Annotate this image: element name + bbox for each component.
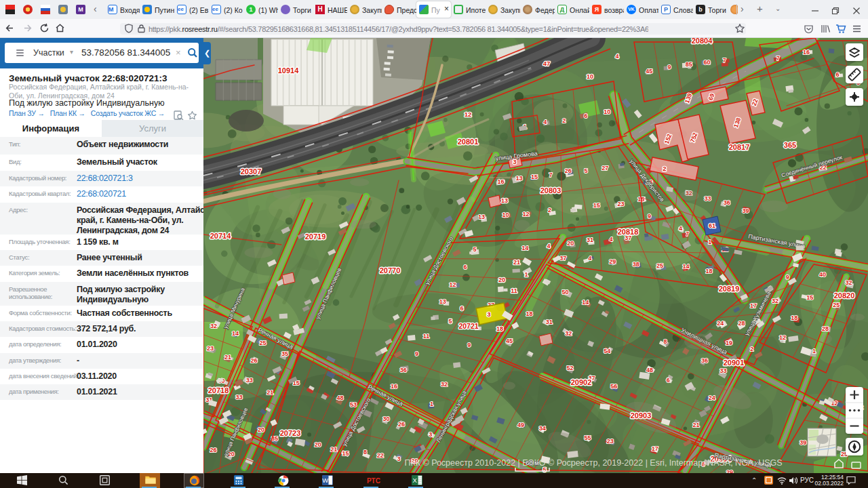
svg-text:23: 23 — [618, 201, 625, 207]
svg-text:7: 7 — [723, 57, 726, 64]
svg-text:20817: 20817 — [729, 143, 750, 151]
svg-text:2: 2 — [750, 346, 753, 352]
svg-text:10: 10 — [604, 108, 610, 115]
svg-text:27: 27 — [601, 165, 608, 171]
svg-text:33: 33 — [235, 394, 242, 401]
svg-text:17: 17 — [750, 302, 757, 309]
svg-text:РТС: РТС — [367, 477, 380, 485]
svg-text:4: 4 — [615, 53, 618, 60]
svg-text:54: 54 — [604, 348, 610, 354]
svg-text:5: 5 — [584, 167, 587, 174]
svg-text:29: 29 — [609, 258, 616, 265]
svg-text:16: 16 — [391, 383, 397, 390]
svg-text:2: 2 — [562, 117, 566, 124]
svg-text:20818: 20818 — [618, 228, 639, 236]
svg-text:20: 20 — [315, 441, 321, 448]
svg-text:20723: 20723 — [280, 429, 301, 437]
svg-text:13: 13 — [439, 298, 446, 305]
svg-text:21: 21 — [267, 389, 273, 396]
svg-text:6: 6 — [463, 264, 467, 270]
svg-text:20820: 20820 — [834, 291, 855, 300]
svg-text:16: 16 — [497, 178, 504, 185]
svg-text:15: 15 — [593, 202, 600, 209]
svg-text:35: 35 — [281, 350, 288, 357]
svg-text:20819: 20819 — [719, 285, 740, 293]
svg-text:5: 5 — [473, 246, 477, 253]
svg-text:26: 26 — [250, 357, 257, 364]
svg-text:12: 12 — [779, 334, 786, 341]
svg-text:4: 4 — [679, 225, 682, 232]
svg-text:24: 24 — [717, 320, 724, 327]
svg-text:19: 19 — [726, 340, 732, 346]
svg-text:14: 14 — [232, 330, 239, 337]
svg-text:25: 25 — [259, 340, 266, 346]
svg-text:1: 1 — [524, 271, 528, 278]
svg-text:17: 17 — [652, 445, 658, 452]
svg-text:30: 30 — [382, 415, 389, 422]
svg-text:6: 6 — [667, 377, 670, 384]
svg-text:10: 10 — [502, 211, 509, 218]
svg-text:12: 12 — [465, 110, 472, 118]
svg-text:20714: 20714 — [210, 232, 231, 240]
svg-text:60: 60 — [703, 59, 710, 66]
svg-text:49: 49 — [517, 422, 524, 428]
svg-text:32: 32 — [210, 323, 217, 329]
svg-text:16: 16 — [803, 49, 810, 56]
svg-text:15: 15 — [342, 450, 349, 457]
svg-text:61: 61 — [709, 222, 715, 229]
svg-text:9: 9 — [467, 342, 471, 348]
svg-text:18: 18 — [791, 314, 797, 321]
svg-text:28: 28 — [822, 325, 829, 332]
svg-text:48: 48 — [336, 394, 343, 401]
svg-text:36: 36 — [724, 199, 730, 206]
svg-text:13: 13 — [501, 197, 508, 204]
svg-text:13: 13 — [516, 175, 523, 182]
svg-text:20718: 20718 — [208, 386, 229, 394]
svg-text:365: 365 — [784, 141, 796, 149]
svg-text:12: 12 — [450, 281, 456, 288]
svg-text:23: 23 — [607, 438, 614, 445]
svg-text:20719: 20719 — [305, 232, 326, 241]
svg-text:21: 21 — [330, 446, 337, 453]
svg-text:20902: 20902 — [571, 378, 592, 386]
svg-text:55: 55 — [584, 434, 591, 441]
svg-text:3: 3 — [487, 310, 490, 318]
svg-text:4: 4 — [588, 255, 591, 262]
svg-text:10: 10 — [587, 73, 593, 80]
svg-text:1: 1 — [430, 401, 433, 407]
svg-text:22: 22 — [377, 452, 384, 459]
svg-text:9: 9 — [667, 64, 671, 70]
svg-text:39: 39 — [742, 207, 749, 214]
svg-text:20: 20 — [498, 277, 505, 283]
svg-text:14: 14 — [582, 299, 589, 306]
svg-text:32: 32 — [441, 381, 448, 388]
svg-text:33: 33 — [720, 367, 727, 374]
svg-text:32: 32 — [846, 279, 852, 286]
svg-text:28: 28 — [738, 320, 745, 327]
svg-text:6: 6 — [835, 71, 839, 78]
svg-text:20: 20 — [258, 426, 264, 433]
svg-text:45: 45 — [506, 338, 513, 344]
svg-text:W: W — [322, 476, 328, 484]
svg-text:26: 26 — [398, 421, 405, 428]
svg-text:23: 23 — [207, 345, 214, 352]
svg-text:9: 9 — [786, 274, 789, 281]
svg-text:15: 15 — [806, 294, 813, 301]
svg-text:37: 37 — [559, 255, 566, 262]
svg-text:2: 2 — [548, 207, 551, 214]
svg-text:47: 47 — [543, 60, 551, 67]
svg-text:33: 33 — [704, 195, 711, 202]
svg-text:4: 4 — [547, 243, 550, 249]
svg-text:25: 25 — [656, 262, 663, 269]
svg-text:1: 1 — [812, 348, 816, 354]
svg-text:20801: 20801 — [458, 138, 479, 146]
svg-text:3: 3 — [397, 455, 401, 462]
svg-text:32: 32 — [565, 330, 572, 337]
svg-text:20: 20 — [567, 240, 574, 247]
svg-text:18: 18 — [496, 325, 503, 332]
svg-text:20721: 20721 — [458, 322, 478, 330]
svg-text:15: 15 — [531, 174, 538, 180]
svg-text:4: 4 — [610, 236, 613, 243]
svg-text:21: 21 — [692, 422, 699, 428]
svg-text:1: 1 — [708, 239, 711, 245]
